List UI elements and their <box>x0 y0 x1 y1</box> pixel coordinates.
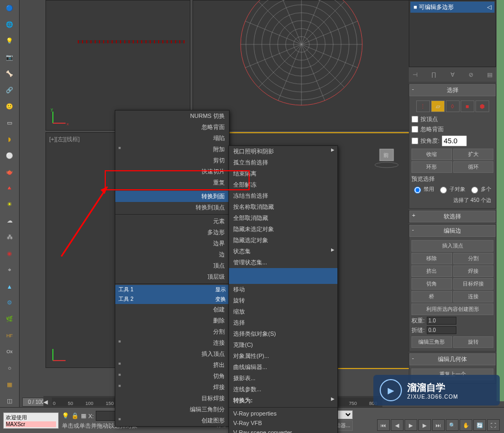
tool-panel-icon[interactable]: ▭ <box>2 116 17 130</box>
ctx-select[interactable]: 选择 <box>229 317 337 328</box>
ctx-attach[interactable]: 附加 <box>115 144 229 155</box>
tool-grass-icon[interactable]: 🌿 <box>2 312 17 326</box>
tool-grid-icon[interactable]: ▦ <box>2 377 17 392</box>
ctx-insert-vertex[interactable]: 插入顶点 <box>115 348 229 360</box>
tool-geosphere-icon[interactable]: 🌐 <box>2 17 17 32</box>
by-angle-check[interactable] <box>411 137 418 144</box>
poly-mode-icon[interactable]: ■ <box>461 100 474 112</box>
tool-teapot-icon[interactable]: 🫖 <box>2 165 17 179</box>
ctx-freeze-sel[interactable]: 冻结当前选择 <box>229 190 337 201</box>
modifier-stack[interactable]: ■ 可编辑多边形 ◁ <box>409 0 496 67</box>
modifier-item[interactable]: ■ 可编辑多边形 ◁ <box>410 2 494 13</box>
ctx-vray-scene[interactable]: V-Ray scene converter <box>229 428 337 433</box>
ctx-move[interactable]: 移动 <box>229 284 337 295</box>
tool-circle-icon[interactable]: ○ <box>2 361 17 375</box>
tool-hf-icon[interactable]: HF <box>2 328 17 343</box>
remove-icon[interactable]: ⊘ <box>467 70 475 79</box>
next-frame-icon[interactable]: ▶ <box>418 419 431 431</box>
create-shape-button[interactable]: 利用所选内容创建图形 <box>411 303 493 315</box>
rollout-header[interactable]: -选择 <box>409 84 496 96</box>
by-vertex-check[interactable] <box>411 116 418 123</box>
ctx-target-weld[interactable]: 目标焊接 <box>115 393 229 404</box>
pin-icon[interactable]: ⊣ <box>411 70 419 79</box>
ctx-create[interactable]: 创建 <box>115 304 229 315</box>
ctx-convert-to-face[interactable]: 转换到面 <box>115 191 229 202</box>
ctx-chamfer[interactable]: 切角 <box>115 371 229 382</box>
tool-dome-icon[interactable]: ◗ <box>2 132 17 146</box>
ctx-vray-vfb[interactable]: V-Ray VFB <box>229 418 337 428</box>
loop-button[interactable]: 循环 <box>453 161 494 173</box>
ctx-connect[interactable]: 连接 <box>115 337 229 348</box>
show-icon[interactable]: ∏ <box>429 70 438 79</box>
connect-button[interactable]: 连接 <box>453 291 494 302</box>
element-mode-icon[interactable]: ⬢ <box>475 100 489 112</box>
preview-subobj-radio[interactable] <box>440 187 447 194</box>
tool-cloud-icon[interactable]: ☁ <box>2 214 17 228</box>
edge-mode-icon[interactable]: ▱ <box>431 100 445 112</box>
ctx-obj-props[interactable]: 对象属性(P)... <box>229 351 337 362</box>
insert-vertex-button[interactable]: 插入顶点 <box>411 240 493 252</box>
preview-off-radio[interactable] <box>414 187 421 194</box>
ctx-isolate[interactable]: 孤立当前选择 <box>229 157 337 168</box>
angle-input[interactable] <box>442 135 467 146</box>
tool-ox-icon[interactable]: Ox <box>2 345 17 359</box>
remove-button[interactable]: 移除 <box>411 253 452 264</box>
tool-app-icon[interactable]: ◫ <box>2 394 17 408</box>
nav-max-icon[interactable]: ⛶ <box>487 419 500 431</box>
ctx-dope-sheet[interactable]: 摄影表... <box>229 373 337 384</box>
ctx-polygon[interactable]: 多边形 <box>115 227 229 238</box>
tool-cone-icon[interactable]: 🔺 <box>2 181 17 195</box>
nav-zoom-icon[interactable]: 🔍 <box>446 419 459 431</box>
ctx-curve-editor[interactable]: 曲线编辑器... <box>229 362 337 373</box>
ctx-manage-states[interactable]: 管理状态集... <box>229 257 337 268</box>
tool-bone-icon[interactable]: 🦴 <box>2 67 17 81</box>
ctx-nurms[interactable]: NURMS 切换 <box>115 110 229 122</box>
ctx-unhide-name[interactable]: 按名称取消隐藏 <box>229 201 337 213</box>
tool-ball-icon[interactable]: ⚪ <box>2 149 17 163</box>
scrollbar[interactable] <box>497 0 504 401</box>
turn-button[interactable]: 旋转 <box>453 336 494 348</box>
grow-button[interactable]: 扩大 <box>453 149 494 160</box>
ctx-edge[interactable]: 边 <box>115 249 229 260</box>
config-icon[interactable]: ▤ <box>485 70 494 79</box>
ctx-end-isolate[interactable]: 结束隔离 <box>229 168 337 179</box>
ctx-weld[interactable]: 焊接 <box>115 382 229 393</box>
prev-frame-icon[interactable]: ◀ <box>391 419 404 431</box>
maxscript-listener[interactable]: 欢迎使用 MAXScr <box>3 412 59 429</box>
goto-start-icon[interactable]: ⏮ <box>377 419 390 431</box>
border-mode-icon[interactable]: ◊ <box>446 100 460 112</box>
ctx-delete[interactable]: 删除 <box>115 315 229 326</box>
tool-sun-icon[interactable]: ☀ <box>2 197 17 211</box>
ctx-create-shape[interactable]: 创建图形 <box>115 415 229 426</box>
weight-input[interactable] <box>427 317 456 325</box>
viewport-label[interactable]: [+][左][线框] <box>49 135 80 143</box>
weld-button[interactable]: 焊接 <box>453 265 494 277</box>
ctx-ignore-back[interactable]: 忽略背面 <box>115 122 229 133</box>
target-weld-button[interactable]: 目标焊接 <box>453 278 494 290</box>
timeline-left-arrow-icon[interactable]: ◀ <box>43 399 48 406</box>
rollout-header[interactable]: -编辑几何体 <box>409 353 496 365</box>
rollout-header[interactable]: +软选择 <box>409 210 496 223</box>
ctx-split[interactable]: 分割 <box>115 326 229 337</box>
ctx-scale[interactable]: 缩放 <box>229 306 337 317</box>
goto-end-icon[interactable]: ⏭ <box>432 419 445 431</box>
nav-orbit-icon[interactable]: 🔄 <box>473 419 486 431</box>
ctx-hide-unsel[interactable]: 隐藏未选定对象 <box>229 224 337 235</box>
tool-pyramid-icon[interactable]: ▲ <box>2 279 17 293</box>
split-button[interactable]: 分割 <box>453 253 494 264</box>
ctx-state-sets[interactable]: 状态集 <box>229 246 337 257</box>
tool-gear-icon[interactable]: ⚙ <box>2 296 17 310</box>
ctx-hide-sel[interactable]: 隐藏选定对象 <box>229 235 337 246</box>
preview-multi-radio[interactable] <box>471 187 478 194</box>
ctx-extrude[interactable]: 挤出 <box>115 360 229 371</box>
ctx-vray-props[interactable]: V-Ray properties <box>229 409 337 418</box>
tool-hair-icon[interactable]: ⁂ <box>2 230 17 244</box>
ctx-unhide-all[interactable]: 全部取消隐藏 <box>229 213 337 224</box>
ctx-border[interactable]: 边界 <box>115 238 229 249</box>
ctx-rotate[interactable]: 旋转 <box>229 295 337 306</box>
tool-light-icon[interactable]: 💡 <box>2 34 17 48</box>
chamfer-button[interactable]: 切角 <box>411 278 452 290</box>
ctx-unfreeze-all[interactable]: 全部解冻 <box>229 179 337 190</box>
ctx-repeat[interactable]: 重复 <box>115 177 229 188</box>
edit-tri-button[interactable]: 编辑三角形 <box>411 336 452 348</box>
